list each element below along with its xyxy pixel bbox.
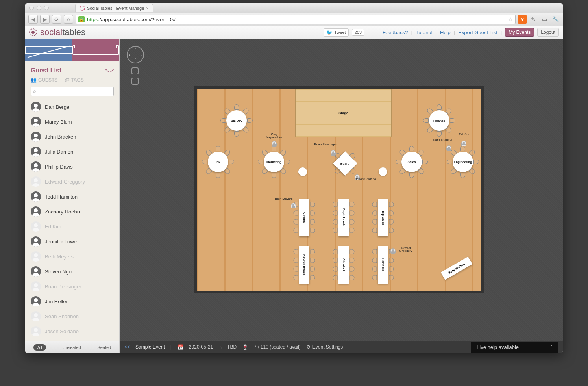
guest-row[interactable]: John Bracken xyxy=(25,129,119,144)
pan-control[interactable]: ˄ ˅ ‹ › xyxy=(127,46,144,63)
filter-unseated[interactable]: Unseated xyxy=(63,345,81,350)
canvas[interactable]: ˄ ˅ ‹ › + Stage Biz Dev Finance PR Marke… xyxy=(120,39,563,353)
help-link[interactable]: Help xyxy=(440,30,451,35)
table-top-sales[interactable]: Top Sales xyxy=(378,199,388,236)
tab-floorplan[interactable] xyxy=(25,39,72,61)
guest-name: Ed Kim xyxy=(45,224,61,230)
bookmark-star-icon[interactable]: ☆ xyxy=(508,16,513,23)
zoom-out-button[interactable] xyxy=(131,78,139,85)
avatar-icon xyxy=(31,266,41,277)
pan-left-icon[interactable]: ‹ xyxy=(129,53,130,57)
filter-bar: All Unseated Seated xyxy=(25,341,119,353)
table-engineering[interactable]: Engineering xyxy=(453,152,473,172)
address-bar[interactable]: 🔒 https ://app.socialtables.com/?event=0… xyxy=(76,15,516,24)
url-rest: ://app.socialtables.com/?event=0# xyxy=(98,17,176,22)
calendar-icon: 📅 xyxy=(177,344,183,350)
search-input[interactable] xyxy=(31,87,114,96)
seat-marker[interactable] xyxy=(291,203,296,208)
table-dept-heads[interactable]: Dept. Heads xyxy=(338,199,349,236)
live-help[interactable]: Live help available ˄ xyxy=(471,342,558,353)
avatar-icon xyxy=(31,221,41,232)
tab-favicon xyxy=(80,6,85,11)
tab-guestlist[interactable] xyxy=(72,39,120,61)
guest-row[interactable]: Todd Hamilton xyxy=(25,189,119,204)
table-biz-dev[interactable]: Biz Dev xyxy=(226,110,247,131)
tags-subtab[interactable]: 🏷TAGS xyxy=(65,77,83,83)
table-pr[interactable]: PR xyxy=(208,152,228,172)
guest-row[interactable]: Julia Damon xyxy=(25,144,119,159)
zoom-in-button[interactable]: + xyxy=(131,67,139,74)
seat-marker[interactable] xyxy=(331,150,336,156)
eyedropper-icon[interactable]: ✎ xyxy=(529,15,538,24)
table-registration[interactable]: Registration xyxy=(441,256,472,280)
collapse-icon[interactable]: << xyxy=(124,344,130,350)
seat-label-ed: Ed Kim xyxy=(453,133,475,136)
wrench-icon[interactable]: 🔧 xyxy=(551,15,560,24)
extension-yc-icon[interactable]: Y xyxy=(518,15,527,24)
expand-icon[interactable]: ⤡⤢ xyxy=(104,66,114,75)
guest-row[interactable]: Marcy Blum xyxy=(25,114,119,129)
guest-row[interactable]: Edward Greggory xyxy=(25,174,119,189)
filter-all[interactable]: All xyxy=(33,344,46,351)
table-finance[interactable]: Finance xyxy=(429,110,449,131)
guest-row[interactable]: Zachary Hoehn xyxy=(25,204,119,219)
table-partners[interactable]: Partners xyxy=(378,246,388,284)
table-region-heads[interactable]: Region Heads xyxy=(299,246,309,284)
guest-row[interactable]: Beth Meyers xyxy=(25,249,119,264)
guest-row[interactable]: Brian Pensinger xyxy=(25,279,119,294)
tab-close-icon[interactable]: × xyxy=(146,6,148,11)
seat-marker[interactable] xyxy=(461,141,466,146)
pan-down-icon[interactable]: ˅ xyxy=(135,58,137,62)
traffic-close[interactable] xyxy=(29,6,34,10)
guest-row[interactable]: Jim Reller xyxy=(25,294,119,309)
event-settings-button[interactable]: ⚙Event Settings xyxy=(306,344,343,350)
seat-marker[interactable] xyxy=(446,145,451,151)
guest-row[interactable]: Ed Kim xyxy=(25,219,119,234)
guest-row[interactable]: Jennifer Lowe xyxy=(25,234,119,249)
table-board[interactable]: Board xyxy=(333,151,357,176)
table-marketing[interactable]: Marketing xyxy=(264,152,284,172)
export-link[interactable]: Export Guest List xyxy=(458,30,497,35)
feedback-link[interactable]: Feedback? xyxy=(383,30,408,35)
avatar-icon xyxy=(31,117,41,127)
guest-row[interactable]: Sean Shannon xyxy=(25,309,119,324)
guest-row[interactable]: Jason Soldano xyxy=(25,324,119,339)
logo[interactable]: socialtables xyxy=(29,27,85,37)
guest-name: Beth Meyers xyxy=(45,254,74,260)
floor[interactable]: Stage Biz Dev Finance PR Marketing Sales… xyxy=(194,86,484,293)
back-button[interactable]: ◀ xyxy=(28,15,38,24)
guest-row[interactable]: Steven Ngo xyxy=(25,264,119,279)
home-button[interactable]: ⌂ xyxy=(64,15,73,24)
pan-up-icon[interactable]: ˄ xyxy=(135,48,137,52)
my-events-button[interactable]: My Events xyxy=(505,28,534,37)
guest-row[interactable]: Dan Berger xyxy=(25,99,119,114)
table-clients[interactable]: Clients xyxy=(299,199,309,236)
traffic-max[interactable] xyxy=(44,6,49,10)
tutorial-link[interactable]: Tutorial xyxy=(416,30,433,35)
app-header: socialtables 🐦Tweet 203 Feedback? | Tuto… xyxy=(25,26,563,39)
pan-right-icon[interactable]: › xyxy=(141,53,142,57)
reload-button[interactable]: ⟳ xyxy=(52,15,61,24)
guest-row[interactable]: Phillip Davis xyxy=(25,159,119,174)
guest-name: Phillip Davis xyxy=(45,164,73,170)
seat-marker[interactable] xyxy=(272,141,277,147)
avatar-icon xyxy=(31,326,41,336)
seat-label-edward: Edward Greggory xyxy=(394,246,417,252)
guests-subtab[interactable]: 👥GUESTS xyxy=(31,77,57,83)
pillar[interactable] xyxy=(298,167,307,176)
tweet-button[interactable]: 🐦Tweet xyxy=(324,28,348,37)
browser-tab[interactable]: Social Tables - Event Manage × xyxy=(75,4,153,12)
pillar[interactable] xyxy=(379,167,387,176)
forward-button[interactable]: ▶ xyxy=(40,15,50,24)
stage[interactable]: Stage xyxy=(295,89,392,137)
table-sales[interactable]: Sales xyxy=(401,152,422,172)
filter-seated[interactable]: Seated xyxy=(97,345,111,350)
traffic-min[interactable] xyxy=(37,6,41,10)
guest-name: Brian Pensinger xyxy=(45,284,81,290)
ruler-icon[interactable]: ▭ xyxy=(540,15,549,24)
event-name[interactable]: Sample Event xyxy=(135,344,165,350)
table-clients-2[interactable]: Clients 2 xyxy=(338,246,349,284)
guest-list[interactable]: Dan BergerMarcy BlumJohn BrackenJulia Da… xyxy=(25,99,119,341)
logout-button[interactable]: Logout xyxy=(537,28,559,37)
avatar-icon xyxy=(31,206,41,217)
